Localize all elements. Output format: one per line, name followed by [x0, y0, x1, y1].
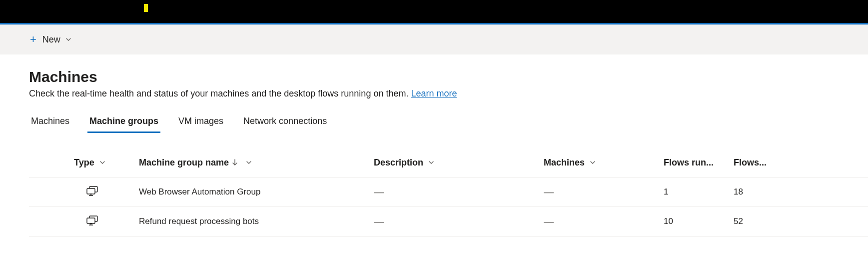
chevron-down-icon [65, 36, 71, 42]
machine-group-icon [86, 215, 99, 228]
col-header-flows-queued-label: Flows... [734, 158, 767, 168]
tab-vm-images[interactable]: VM images [176, 113, 225, 133]
table-row[interactable]: Refund request processing bots — — 10 52 [29, 207, 868, 236]
col-header-machines[interactable]: Machines [544, 158, 664, 168]
chevron-down-icon [246, 160, 252, 166]
chevron-down-icon [99, 160, 105, 166]
chevron-down-icon [590, 160, 596, 166]
row-flows-queued: 18 [734, 187, 804, 197]
svg-rect-3 [87, 218, 95, 224]
row-machines: — [544, 216, 664, 228]
row-type-icon-cell [74, 186, 139, 199]
sort-down-arrow-icon [232, 159, 238, 166]
row-flows-running: 10 [664, 216, 734, 226]
col-header-flows-running-label: Flows run... [664, 158, 714, 168]
app-header-blackbar [0, 0, 868, 23]
col-header-description[interactable]: Description [374, 158, 544, 168]
tab-machine-groups[interactable]: Machine groups [87, 113, 160, 133]
page-title: Machines [29, 68, 868, 86]
col-header-name-label: Machine group name [139, 158, 229, 168]
row-flows-running: 1 [664, 187, 734, 197]
row-description: — [374, 216, 544, 228]
col-header-name[interactable]: Machine group name [139, 158, 374, 168]
machine-groups-grid: Type Machine group name Description [29, 148, 868, 236]
chevron-down-icon [428, 160, 434, 166]
page-subtitle: Check the real-time health and status of… [29, 88, 868, 99]
learn-more-link[interactable]: Learn more [411, 88, 457, 98]
row-flows-queued: 52 [734, 216, 804, 226]
col-header-type-label: Type [74, 158, 94, 168]
row-type-icon-cell [74, 215, 139, 228]
header-indicator [144, 4, 148, 12]
col-header-flows-running[interactable]: Flows run... [664, 158, 734, 168]
row-description: — [374, 186, 544, 198]
row-name: Web Browser Automation Group [139, 187, 374, 197]
machine-group-icon [86, 186, 99, 199]
row-name: Refund request processing bots [139, 216, 374, 226]
page-subtitle-text: Check the real-time health and status of… [29, 88, 411, 98]
table-row[interactable]: Web Browser Automation Group — — 1 18 [29, 178, 868, 207]
new-button-label: New [42, 34, 60, 45]
new-button[interactable]: + New [26, 24, 75, 54]
col-header-type[interactable]: Type [74, 158, 139, 168]
tab-machines[interactable]: Machines [29, 113, 71, 133]
tabs: Machines Machine groups VM images Networ… [29, 113, 868, 133]
col-header-description-label: Description [374, 158, 423, 168]
command-bar: + New [0, 24, 868, 54]
svg-rect-1 [87, 188, 95, 194]
plus-icon: + [30, 34, 36, 45]
grid-header-row: Type Machine group name Description [29, 148, 868, 178]
row-machines: — [544, 186, 664, 198]
tab-network-connections[interactable]: Network connections [241, 113, 329, 133]
col-header-machines-label: Machines [544, 158, 585, 168]
col-header-flows-queued[interactable]: Flows... [734, 158, 804, 168]
